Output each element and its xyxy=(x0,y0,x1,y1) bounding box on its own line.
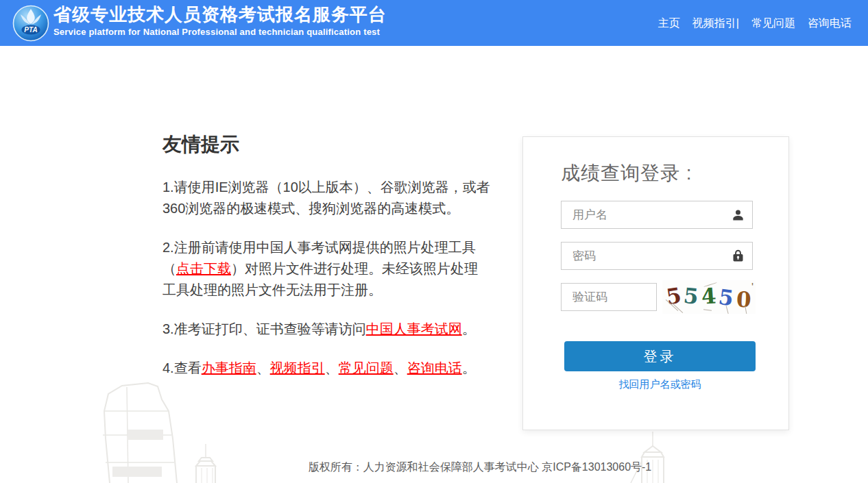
logo-text: PTA xyxy=(24,26,37,34)
captcha-field-wrap xyxy=(561,283,657,311)
tip-4-sep-3: 、 xyxy=(394,360,407,375)
tip-item-3: 3.准考证打印、证书查验等请访问中国人事考试网。 xyxy=(162,319,490,340)
top-header-bar: PTA 省级专业技术人员资格考试报名服务平台 Service platform … xyxy=(0,0,868,46)
captcha-noise-mark: ' xyxy=(751,282,754,294)
captcha-input[interactable] xyxy=(561,283,657,311)
tip-item-4: 4.查看办事指南、视频指引、常见问题、咨询电话。 xyxy=(162,358,490,379)
tip-3-text: 3.准考证打印、证书查验等请访问 xyxy=(162,321,366,336)
site-title-block: 省级专业技术人员资格考试报名服务平台 Service platform for … xyxy=(53,3,387,37)
tip-4-text-end: 。 xyxy=(462,360,476,375)
nav-faq[interactable]: 常见问题 xyxy=(751,16,795,31)
tip-4-text: 4.查看 xyxy=(162,360,202,375)
captcha-digit: 0 xyxy=(736,288,751,310)
header-nav: 主页 视频指引| 常见问题 咨询电话 xyxy=(658,16,852,31)
link-click-download[interactable]: 点击下载 xyxy=(176,261,231,276)
nav-video-guide[interactable]: 视频指引| xyxy=(692,16,739,31)
pta-logo-icon: PTA xyxy=(12,5,49,42)
password-field-wrap xyxy=(561,242,753,270)
username-field-wrap xyxy=(561,201,753,229)
login-title: 成绩查询登录 : xyxy=(561,160,692,186)
tip-item-1: 1.请使用IE浏览器（10以上版本）、谷歌浏览器，或者360浏览器的极速模式、搜… xyxy=(162,177,490,219)
password-input[interactable] xyxy=(561,242,753,270)
link-video-guide[interactable]: 视频指引 xyxy=(270,360,325,375)
link-china-personnel-exam-site[interactable]: 中国人事考试网 xyxy=(366,321,462,336)
tips-heading: 友情提示 xyxy=(162,132,490,158)
tip-4-sep-1: 、 xyxy=(256,360,270,375)
footer-copyright: 版权所有：人力资源和社会保障部人事考试中心 京ICP备13013060号-1 xyxy=(92,460,868,475)
username-input[interactable] xyxy=(561,201,753,229)
friendly-tips-section: 友情提示 1.请使用IE浏览器（10以上版本）、谷歌浏览器，或者360浏览器的极… xyxy=(162,132,490,397)
captcha-image[interactable]: 5 5 4 5 0 ' xyxy=(662,280,756,314)
login-button[interactable]: 登录 xyxy=(564,341,756,371)
tip-3-text-end: 。 xyxy=(462,321,476,336)
site-title: 省级专业技术人员资格考试报名服务平台 xyxy=(53,3,387,25)
link-faq[interactable]: 常见问题 xyxy=(339,360,394,375)
forgot-credentials-link[interactable]: 找回用户名或密码 xyxy=(564,378,756,391)
tip-4-sep-2: 、 xyxy=(325,360,339,375)
captcha-digit: 4 xyxy=(701,285,717,307)
nav-home[interactable]: 主页 xyxy=(658,16,680,31)
nav-phone[interactable]: 咨询电话 xyxy=(808,16,852,31)
link-service-guide[interactable]: 办事指南 xyxy=(202,360,256,375)
link-phone[interactable]: 咨询电话 xyxy=(407,360,462,375)
page: PTA 省级专业技术人员资格考试报名服务平台 Service platform … xyxy=(0,0,868,483)
captcha-digit: 5 xyxy=(682,285,699,308)
site-subtitle: Service platform for National Profession… xyxy=(53,27,387,37)
login-card: 成绩查询登录 : 5 5 4 5 0 ' 登录 找回用户名 xyxy=(522,136,789,430)
tip-item-2: 2.注册前请使用中国人事考试网提供的照片处理工具（点击下载）对照片文件进行处理。… xyxy=(162,237,490,301)
tip-1-text: 1.请使用IE浏览器（10以上版本）、谷歌浏览器，或者360浏览器的极速模式、搜… xyxy=(162,179,490,216)
